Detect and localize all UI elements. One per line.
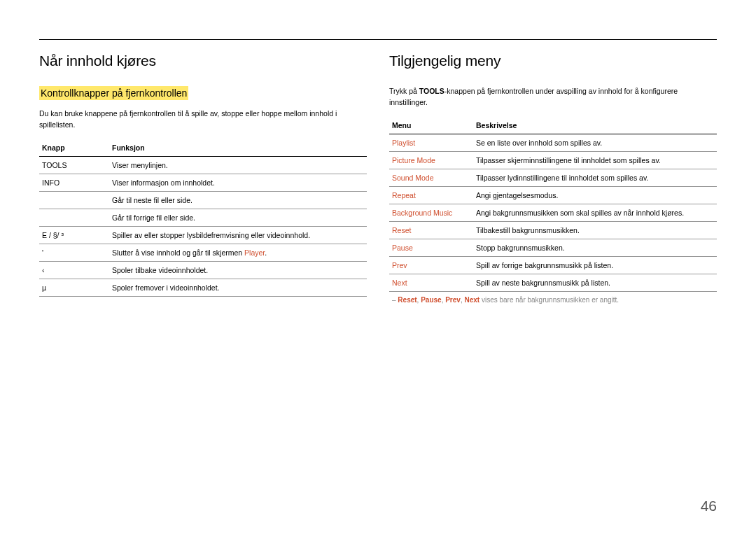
cell-knapp: ' bbox=[39, 244, 109, 261]
cell-funksjon: Går til forrige fil eller side. bbox=[109, 209, 367, 226]
buttons-table: Knapp Funksjon TOOLSViser menylinjen.INF… bbox=[39, 139, 367, 297]
page-number: 46 bbox=[701, 498, 717, 514]
buttons-th-knapp: Knapp bbox=[39, 139, 109, 157]
cell-funksjon: Viser informasjon om innholdet. bbox=[109, 174, 367, 191]
left-heading: Når innhold kjøres bbox=[39, 52, 367, 69]
menu-footnote: – Reset, Pause, Prev, Next vises bare nå… bbox=[389, 292, 717, 308]
table-row: E / §/ ³Spiller av eller stopper lysbild… bbox=[39, 226, 367, 244]
table-row: µSpoler fremover i videoinnholdet. bbox=[39, 279, 367, 296]
table-row: ‹Spoler tilbake videoinnholdet. bbox=[39, 261, 367, 279]
menu-th-menu: Menu bbox=[389, 117, 473, 134]
menu-th-beskrivelse: Beskrivelse bbox=[473, 117, 717, 134]
cell-menu: Pause bbox=[389, 239, 473, 256]
table-row: Picture ModeTilpasser skjerminnstillinge… bbox=[389, 151, 717, 169]
table-row: ResetTilbakestill bakgrunnsmusikken. bbox=[389, 221, 717, 239]
cell-menu: Next bbox=[389, 274, 473, 291]
cell-description: Angi bakgrunnsmusikken som skal spilles … bbox=[473, 204, 717, 221]
cell-description: Spill av forrige bakgrunnsmusikk på list… bbox=[473, 256, 717, 274]
table-row: Background MusicAngi bakgrunnsmusikken s… bbox=[389, 204, 717, 221]
table-row: Går til forrige fil eller side. bbox=[39, 209, 367, 226]
menu-table: Menu Beskrivelse PlaylistSe en liste ove… bbox=[389, 117, 717, 292]
table-row: Sound ModeTilpasser lydinnstillingene ti… bbox=[389, 169, 717, 186]
cell-knapp: ‹ bbox=[39, 261, 109, 279]
cell-menu: Sound Mode bbox=[389, 169, 473, 186]
cell-description: Se en liste over innhold som spilles av. bbox=[473, 134, 717, 151]
cell-description: Spill av neste bakgrunnsmusikk på listen… bbox=[473, 274, 717, 291]
cell-knapp bbox=[39, 209, 109, 226]
cell-description: Stopp bakgrunnsmusikken. bbox=[473, 239, 717, 256]
cell-funksjon: Spiller av eller stopper lysbildefremvis… bbox=[109, 226, 367, 244]
right-intro: Trykk på TOOLS-knappen på fjernkontrolle… bbox=[389, 86, 717, 108]
table-row: RepeatAngi gjentagelsesmodus. bbox=[389, 186, 717, 204]
cell-menu: Background Music bbox=[389, 204, 473, 221]
table-row: PauseStopp bakgrunnsmusikken. bbox=[389, 239, 717, 256]
cell-funksjon: Spoler tilbake videoinnholdet. bbox=[109, 261, 367, 279]
table-row: NextSpill av neste bakgrunnsmusikk på li… bbox=[389, 274, 717, 291]
content-columns: Når innhold kjøres Kontrollknapper på fj… bbox=[39, 52, 717, 308]
left-intro: Du kan bruke knappene på fjernkontrollen… bbox=[39, 108, 367, 131]
cell-menu: Reset bbox=[389, 221, 473, 239]
cell-knapp: µ bbox=[39, 279, 109, 296]
cell-knapp: TOOLS bbox=[39, 156, 109, 174]
cell-menu: Picture Mode bbox=[389, 151, 473, 169]
cell-funksjon: Slutter å vise innhold og går til skjerm… bbox=[109, 244, 367, 261]
buttons-th-funksjon: Funksjon bbox=[109, 139, 367, 157]
cell-funksjon: Går til neste fil eller side. bbox=[109, 191, 367, 209]
table-row: PlaylistSe en liste over innhold som spi… bbox=[389, 134, 717, 151]
right-heading: Tilgjengelig meny bbox=[389, 52, 717, 69]
table-row: INFOViser informasjon om innholdet. bbox=[39, 174, 367, 191]
right-column: Tilgjengelig meny Trykk på TOOLS-knappen… bbox=[389, 52, 717, 308]
table-row: 'Slutter å vise innhold og går til skjer… bbox=[39, 244, 367, 261]
cell-funksjon: Spoler fremover i videoinnholdet. bbox=[109, 279, 367, 296]
table-row: Går til neste fil eller side. bbox=[39, 191, 367, 209]
left-column: Når innhold kjøres Kontrollknapper på fj… bbox=[39, 52, 367, 308]
cell-description: Tilpasser lydinnstillingene til innholde… bbox=[473, 169, 717, 186]
cell-knapp: E / §/ ³ bbox=[39, 226, 109, 244]
cell-funksjon: Viser menylinjen. bbox=[109, 156, 367, 174]
cell-description: Angi gjentagelsesmodus. bbox=[473, 186, 717, 204]
cell-knapp bbox=[39, 191, 109, 209]
top-rule bbox=[39, 39, 717, 40]
cell-description: Tilbakestill bakgrunnsmusikken. bbox=[473, 221, 717, 239]
table-row: TOOLSViser menylinjen. bbox=[39, 156, 367, 174]
cell-description: Tilpasser skjerminnstillingene til innho… bbox=[473, 151, 717, 169]
cell-menu: Repeat bbox=[389, 186, 473, 204]
cell-menu: Playlist bbox=[389, 134, 473, 151]
left-subheading: Kontrollknapper på fjernkontrollen bbox=[39, 86, 188, 100]
cell-menu: Prev bbox=[389, 256, 473, 274]
cell-knapp: INFO bbox=[39, 174, 109, 191]
table-row: PrevSpill av forrige bakgrunnsmusikk på … bbox=[389, 256, 717, 274]
